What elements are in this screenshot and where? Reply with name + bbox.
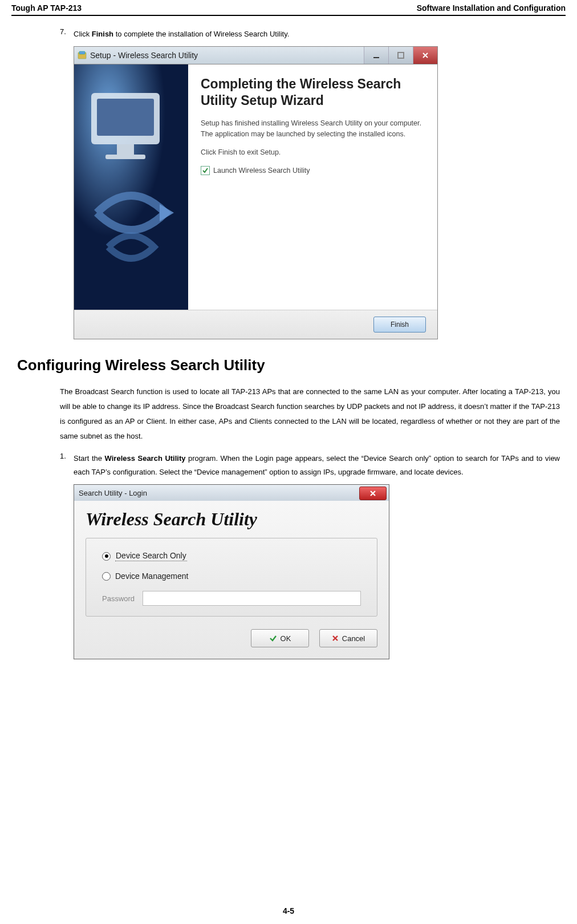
- setup-click-finish: Click Finish to exit Setup.: [201, 147, 425, 158]
- login-screenshot: Search Utility - Login Wireless Search U…: [74, 484, 566, 659]
- page-number: 4-5: [0, 906, 577, 915]
- radio-device-management[interactable]: Device Management: [102, 572, 361, 581]
- setup-title: Setup - Wireless Search Utility: [90, 51, 364, 60]
- setup-description: Setup has finished installing Wireless S…: [201, 118, 425, 140]
- login-window: Search Utility - Login Wireless Search U…: [74, 484, 389, 659]
- step-number: 7.: [60, 27, 74, 40]
- step-number: 1.: [60, 452, 74, 479]
- setup-heading: Completing the Wireless Search Utility S…: [201, 76, 425, 109]
- password-label: Password: [102, 594, 135, 603]
- svg-rect-7: [117, 144, 134, 155]
- password-input[interactable]: [143, 591, 361, 606]
- maximize-button[interactable]: [388, 47, 413, 64]
- radio-device-search[interactable]: Device Search Only: [102, 551, 361, 561]
- password-row: Password: [102, 591, 361, 606]
- header-right: Software Installation and Configuration: [417, 3, 566, 13]
- step-text: Start the Wireless Search Utility progra…: [74, 452, 560, 479]
- login-heading: Wireless Search Utility: [86, 509, 377, 530]
- svg-rect-1: [79, 51, 85, 54]
- svg-rect-3: [398, 52, 404, 58]
- x-icon: [332, 635, 339, 642]
- setup-wizard-screenshot: Setup - Wireless Search Utility: [74, 46, 566, 339]
- login-frame: Device Search Only Device Management Pas…: [86, 538, 377, 617]
- step-7: 7. Click Finish to complete the installa…: [60, 27, 566, 40]
- ok-button[interactable]: OK: [251, 629, 309, 647]
- login-footer: OK Cancel: [86, 629, 377, 647]
- header-left: Tough AP TAP-213: [11, 3, 82, 13]
- intro-paragraph: The Broadcast Search function is used to…: [60, 384, 566, 444]
- svg-rect-8: [105, 155, 145, 159]
- radio-icon: [102, 572, 111, 581]
- setup-footer: Finish: [74, 310, 437, 339]
- login-close-button[interactable]: [359, 487, 387, 500]
- cancel-button[interactable]: Cancel: [319, 629, 377, 647]
- setup-titlebar: Setup - Wireless Search Utility: [74, 47, 437, 64]
- setup-body: Completing the Wireless Search Utility S…: [74, 64, 437, 310]
- finish-button[interactable]: Finish: [373, 317, 426, 333]
- section-heading: Configuring Wireless Search Utility: [17, 356, 566, 374]
- installer-icon: [78, 51, 87, 60]
- radio-label: Device Search Only: [115, 551, 187, 561]
- radio-label: Device Management: [115, 572, 188, 581]
- login-title: Search Utility - Login: [79, 489, 147, 497]
- minimize-button[interactable]: [364, 47, 388, 64]
- setup-main-panel: Completing the Wireless Search Utility S…: [188, 64, 437, 310]
- launch-checkbox-label: Launch Wireless Search Utility: [213, 167, 310, 175]
- launch-checkbox-row: Launch Wireless Search Utility: [201, 166, 425, 175]
- svg-rect-2: [373, 57, 379, 58]
- svg-rect-6: [97, 99, 154, 136]
- setup-window: Setup - Wireless Search Utility: [74, 46, 438, 339]
- login-body: Wireless Search Utility Device Search On…: [74, 501, 389, 659]
- window-controls: [364, 47, 437, 64]
- setup-sidebar-art: [74, 64, 188, 310]
- step-1: 1. Start the Wireless Search Utility pro…: [60, 452, 566, 479]
- page-header: Tough AP TAP-213 Software Installation a…: [11, 0, 566, 16]
- launch-checkbox[interactable]: [201, 166, 210, 175]
- step-text: Click Finish to complete the installatio…: [74, 27, 560, 40]
- close-button[interactable]: [413, 47, 437, 64]
- login-titlebar: Search Utility - Login: [74, 485, 389, 501]
- check-icon: [269, 634, 277, 642]
- radio-icon: [102, 552, 111, 561]
